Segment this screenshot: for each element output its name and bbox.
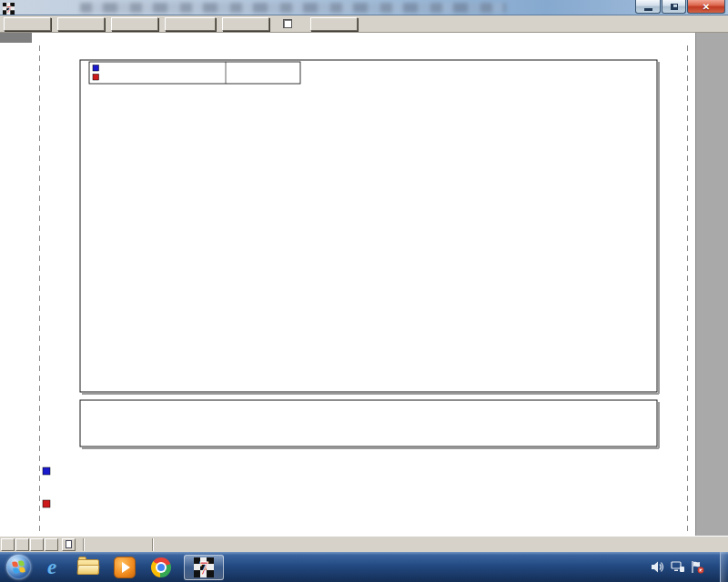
lock-aspect-ratio-checkbox[interactable] — [283, 19, 292, 28]
redacted-title-text — [80, 3, 506, 13]
dynojet-taskbar-button[interactable]: 7 — [184, 555, 224, 580]
legend-swatch-blue — [93, 65, 99, 72]
windows-explorer-icon[interactable] — [73, 555, 104, 580]
taskbar: e 7 — [0, 552, 728, 582]
close-window-button[interactable]: ✕ — [687, 0, 725, 14]
system-tray — [652, 552, 728, 582]
minimize-button[interactable] — [635, 0, 661, 14]
prev-button[interactable] — [57, 17, 105, 31]
volume-icon[interactable] — [652, 561, 664, 573]
print-preview-page[interactable] — [0, 33, 728, 536]
network-icon[interactable] — [671, 561, 684, 573]
titlebar: 7 ✕ — [0, 0, 728, 15]
windows-flag-icon — [12, 560, 25, 574]
close-preview-button[interactable] — [222, 17, 269, 31]
svg-text:7: 7 — [6, 3, 12, 14]
legend — [89, 62, 300, 84]
close-icon: ✕ — [703, 2, 710, 12]
dynojet-app-icon: 7 — [3, 2, 15, 14]
prev-page-button[interactable] — [15, 538, 29, 551]
print-button[interactable] — [4, 17, 51, 31]
restore-button[interactable] — [662, 0, 686, 14]
chrome-icon[interactable] — [146, 555, 177, 580]
toolbar — [0, 15, 728, 33]
action-center-flag-icon[interactable] — [691, 561, 704, 574]
restore-icon — [671, 4, 678, 10]
page-layout-button[interactable] — [62, 538, 76, 551]
minimize-icon — [644, 8, 652, 11]
dynojet-7-icon: 7 — [194, 557, 214, 577]
run1-swatch — [43, 467, 50, 475]
internet-explorer-icon[interactable]: e — [36, 555, 67, 580]
dyno-chart — [0, 33, 728, 536]
preview-corner — [0, 33, 32, 43]
first-page-button[interactable] — [1, 538, 15, 551]
next-page-button[interactable] — [30, 538, 44, 551]
next-button[interactable] — [111, 17, 158, 31]
zoom-out-button[interactable] — [165, 17, 216, 31]
statusbar-separator — [83, 538, 85, 551]
page-edge-gray-area — [695, 33, 728, 536]
options-button[interactable] — [310, 17, 358, 31]
last-page-button[interactable] — [45, 538, 58, 551]
start-button[interactable] — [6, 555, 31, 579]
screen: 7 ✕ — [0, 0, 728, 582]
media-player-icon[interactable] — [109, 555, 140, 580]
legend-swatch-red — [93, 75, 99, 81]
main-plot-frame — [80, 60, 657, 392]
run-info — [43, 467, 50, 507]
svg-text:7: 7 — [199, 557, 208, 577]
af-plot-frame — [80, 400, 657, 447]
run2-swatch — [43, 500, 50, 507]
statusbar-separator-2 — [152, 538, 154, 551]
page-icon — [66, 540, 72, 548]
show-desktop-button[interactable] — [720, 552, 728, 582]
statusbar — [0, 536, 728, 552]
